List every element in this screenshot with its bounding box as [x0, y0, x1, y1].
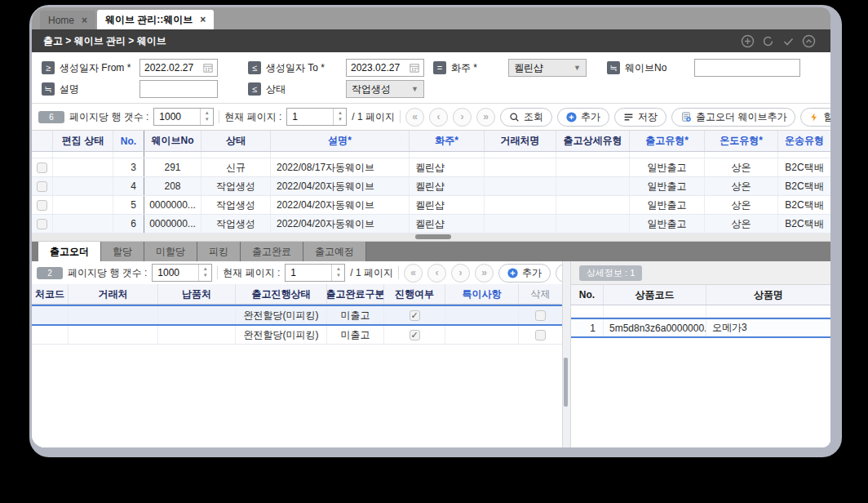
- query-button[interactable]: 조회: [500, 108, 552, 127]
- main-toolbar: 6 페이지당 행 갯수 : 1000 ▲▼ 현재 페이지 : 1 ▲▼ / 1 …: [32, 104, 830, 131]
- prev-page-button[interactable]: ‹: [427, 264, 446, 283]
- window-tabbar: Home × 웨이브 관리::웨이브 ×: [32, 7, 830, 29]
- tab-wave-management-close-icon[interactable]: ×: [200, 14, 206, 25]
- tab-assigned[interactable]: 할당: [101, 242, 144, 261]
- assign-button[interactable]: 할당: [800, 108, 830, 127]
- tab-home-close-icon[interactable]: ×: [82, 15, 87, 26]
- current-page-stepper[interactable]: 1 ▲▼: [285, 264, 345, 282]
- wave-grid-row[interactable]: 3 291 신규 2022/08/17자동웨이브 켈린샵 일반출고 상온 B2C…: [32, 158, 830, 177]
- order-toolbar: 2 페이지당 행 갯수 : 1000 ▲▼ 현재 페이지 : 1 ▲▼ / 1 …: [32, 261, 562, 284]
- refresh-icon[interactable]: [760, 33, 775, 48]
- vertical-scrollbar-thumb[interactable]: [564, 358, 568, 407]
- first-page-button[interactable]: «: [405, 108, 424, 127]
- save-button[interactable]: 저장: [614, 108, 666, 127]
- ongoing-checkbox[interactable]: [410, 330, 420, 341]
- col-ongoing[interactable]: 진행여부: [384, 284, 445, 304]
- col-product-name[interactable]: 상품명: [706, 285, 830, 305]
- col-product-code[interactable]: 상품코드: [604, 285, 706, 305]
- add-button[interactable]: 추가: [498, 264, 551, 283]
- stepper-arrows-icon[interactable]: ▲▼: [198, 265, 211, 281]
- order-grid-empty-area: [32, 345, 562, 447]
- col-desc[interactable]: 설명*: [271, 131, 410, 151]
- col-delete[interactable]: 삭제: [519, 284, 562, 304]
- tab-outbound-complete[interactable]: 출고완료: [241, 242, 303, 261]
- chevron-down-icon: ▼: [574, 64, 581, 72]
- tab-outbound-planned[interactable]: 출고예정: [303, 242, 366, 261]
- save-button[interactable]: 저장: [556, 264, 562, 283]
- status-select[interactable]: 작업생성 ▼: [346, 80, 424, 98]
- horizontal-scrollbar-thumb[interactable]: [415, 234, 451, 239]
- wave-grid-row[interactable]: 6 0000000... 작업생성 2022/04/20자동웨이브 켈린샵 일반…: [32, 215, 830, 234]
- col-note[interactable]: 특이사항: [445, 284, 519, 304]
- col-outbound-progress[interactable]: 출고진행상태: [236, 284, 327, 304]
- first-page-button[interactable]: «: [404, 264, 423, 283]
- col-transport-type[interactable]: 운송유형: [778, 131, 830, 151]
- rows-per-page-stepper[interactable]: 1000 ▲▼: [152, 264, 212, 282]
- col-customer[interactable]: 거래처: [69, 284, 158, 304]
- detail-header: 상세정보 : 1: [571, 261, 830, 285]
- tab-picking[interactable]: 피킹: [197, 242, 241, 261]
- add-circle-icon[interactable]: [740, 33, 755, 48]
- select-all-column[interactable]: [32, 131, 53, 151]
- col-no[interactable]: No.: [113, 131, 144, 151]
- breadcrumb: 출고 > 웨이브 관리 > 웨이브: [43, 34, 166, 48]
- col-shipper[interactable]: 화주*: [410, 131, 485, 151]
- order-grid-row[interactable]: 완전할당(미피킹) 미출고: [32, 326, 562, 345]
- wave-grid-row[interactable]: 4 208 작업생성 2022/04/20자동웨이브 켈린샵 일반출고 상온 B…: [32, 177, 830, 196]
- shipper-label: 화주 *: [451, 61, 508, 75]
- collapse-panel-icon[interactable]: [801, 33, 816, 48]
- delete-checkbox[interactable]: [535, 310, 546, 321]
- col-edit-state[interactable]: 편집 상태: [53, 131, 113, 151]
- tab-home[interactable]: Home ×: [40, 11, 95, 29]
- col-out-detail-type[interactable]: 출고상세유형: [556, 131, 630, 151]
- add-wave-from-order-button[interactable]: 출고오더 웨이브추가: [671, 108, 795, 127]
- next-page-button[interactable]: ›: [453, 108, 472, 127]
- col-customer[interactable]: 거래처명: [485, 131, 556, 151]
- stepper-arrows-icon[interactable]: ▲▼: [331, 265, 344, 281]
- last-page-button[interactable]: »: [475, 264, 494, 283]
- col-customer-code[interactable]: 처코드: [32, 284, 69, 304]
- col-status[interactable]: 상태: [202, 131, 271, 151]
- horizontal-scrollbar[interactable]: [32, 234, 830, 242]
- calendar-icon[interactable]: [410, 63, 419, 73]
- row-checkbox[interactable]: [37, 219, 47, 229]
- vertical-scrollbar[interactable]: [562, 261, 571, 447]
- col-wave-no[interactable]: 웨이브No: [144, 131, 202, 151]
- desc-input[interactable]: [140, 80, 218, 98]
- check-icon[interactable]: [781, 33, 795, 48]
- rows-per-page-stepper[interactable]: 1000 ▲▼: [153, 108, 214, 126]
- col-no[interactable]: No.: [571, 285, 604, 305]
- order-grid-row-selected[interactable]: 완전할당(미피킹) 미출고: [32, 305, 562, 326]
- col-delivery-to[interactable]: 납품처: [158, 284, 236, 304]
- ongoing-checkbox[interactable]: [410, 310, 420, 321]
- created-to-input[interactable]: 2023.02.27: [346, 59, 424, 77]
- stepper-arrows-icon[interactable]: ▲▼: [333, 109, 346, 125]
- stepper-arrows-icon[interactable]: ▲▼: [200, 109, 213, 125]
- calendar-icon[interactable]: [203, 63, 213, 73]
- tab-unassigned[interactable]: 미할당: [144, 242, 197, 261]
- row-checkbox[interactable]: [37, 162, 47, 173]
- tab-outbound-order[interactable]: 출고오더: [38, 242, 101, 261]
- tab-wave-management-label: 웨이브 관리::웨이브: [105, 13, 193, 27]
- add-button[interactable]: 추가: [557, 108, 609, 127]
- next-page-button[interactable]: ›: [451, 264, 470, 283]
- wave-grid-row[interactable]: 5 0000000... 작업생성 2022/04/20자동웨이브 켈린샵 일반…: [32, 196, 830, 215]
- row-checkbox[interactable]: [37, 181, 47, 192]
- col-outbound-complete[interactable]: 출고완료구분: [327, 284, 384, 304]
- prev-page-button[interactable]: ‹: [429, 108, 448, 127]
- col-out-type[interactable]: 출고유형*: [630, 131, 705, 151]
- delete-checkbox[interactable]: [535, 330, 546, 341]
- detail-pane: 상세정보 : 1 No. 상품코드 상품명 1 5m5d8n3z6a000000…: [571, 261, 830, 447]
- detail-grid-row-selected[interactable]: 1 5m5d8n3z6a0000000... 오메가3: [571, 318, 830, 338]
- wave-no-input[interactable]: [694, 59, 800, 77]
- created-from-input[interactable]: 2022.02.27: [140, 59, 218, 77]
- divider: [398, 266, 399, 279]
- last-page-button[interactable]: »: [476, 108, 495, 127]
- current-page-stepper[interactable]: 1 ▲▼: [286, 108, 347, 126]
- shipper-select[interactable]: 켈린샵 ▼: [508, 59, 587, 77]
- row-checkbox[interactable]: [37, 200, 47, 211]
- col-temp-type[interactable]: 온도유형*: [705, 131, 778, 151]
- tab-wave-management[interactable]: 웨이브 관리::웨이브 ×: [97, 10, 214, 29]
- gte-operator-icon: ≥: [42, 61, 55, 74]
- divider: [217, 266, 218, 279]
